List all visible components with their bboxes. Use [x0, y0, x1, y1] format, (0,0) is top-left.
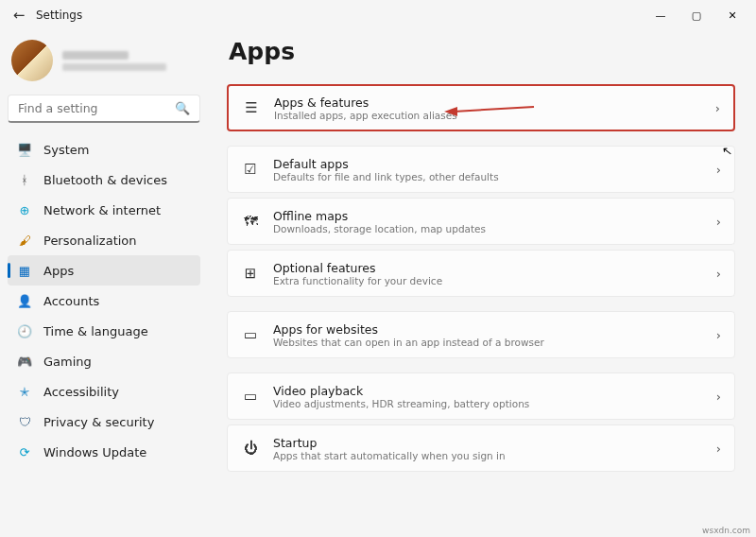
user-email-redacted [62, 63, 166, 71]
item-subtitle: Downloads, storage location, map updates [273, 223, 703, 234]
chevron-right-icon: › [716, 442, 721, 456]
item-subtitle: Installed apps, app execution aliases [274, 110, 702, 121]
nav-label: Time & language [43, 324, 148, 338]
item-title: Video playback [273, 384, 703, 398]
user-name-redacted [62, 51, 129, 60]
title-bar: ← Settings — ▢ ✕ [0, 0, 756, 30]
settings-item-startup[interactable]: ⏻ Startup Apps that start automatically … [227, 424, 735, 472]
search-box[interactable]: 🔍 [8, 95, 200, 123]
settings-item-apps-features[interactable]: ☰ Apps & features Installed apps, app ex… [227, 84, 735, 131]
nav-icon: 🖌 [17, 233, 32, 248]
chevron-right-icon: › [716, 163, 721, 177]
nav-icon: ✭ [17, 384, 32, 399]
item-icon: ☑ [241, 160, 260, 179]
user-profile[interactable] [8, 36, 200, 95]
item-subtitle: Apps that start automatically when you s… [273, 450, 703, 461]
nav-icon: ▦ [17, 263, 32, 278]
item-title: Offline maps [273, 209, 703, 223]
nav-label: Gaming [43, 355, 92, 369]
sidebar-item-gaming[interactable]: 🎮Gaming [8, 346, 200, 376]
nav-label: System [43, 143, 89, 157]
item-icon: ☰ [242, 98, 261, 117]
settings-item-video-playback[interactable]: ▭ Video playback Video adjustments, HDR … [227, 372, 735, 420]
settings-item-optional-features[interactable]: ⊞ Optional features Extra functionality … [227, 250, 735, 297]
nav-label: Network & internet [43, 203, 161, 217]
sidebar-item-windows-update[interactable]: ⟳Windows Update [8, 437, 200, 467]
item-title: Apps for websites [273, 322, 703, 337]
search-icon: 🔍 [175, 101, 190, 115]
sidebar-item-privacy-security[interactable]: 🛡Privacy & security [8, 407, 200, 437]
sidebar-item-network-internet[interactable]: ⊕Network & internet [8, 195, 200, 225]
nav-label: Privacy & security [43, 415, 154, 429]
item-icon: ⊞ [241, 264, 260, 283]
watermark: wsxdn.com [702, 526, 750, 535]
nav-icon: ⟳ [17, 444, 32, 459]
back-button[interactable]: ← [6, 2, 32, 28]
sidebar-item-apps[interactable]: ▦Apps [8, 255, 200, 286]
item-subtitle: Extra functionality for your device [273, 275, 703, 286]
item-icon: ▭ [241, 325, 260, 344]
nav-label: Windows Update [43, 445, 146, 459]
close-button[interactable]: ✕ [714, 2, 750, 28]
sidebar-item-bluetooth-devices[interactable]: ᚼBluetooth & devices [8, 165, 200, 195]
chevron-right-icon: › [715, 101, 720, 115]
settings-item-default-apps[interactable]: ☑ Default apps Defaults for file and lin… [227, 146, 735, 193]
item-subtitle: Video adjustments, HDR streaming, batter… [273, 398, 703, 409]
chevron-right-icon: › [716, 267, 721, 281]
nav-icon: 🎮 [17, 354, 32, 369]
maximize-button[interactable]: ▢ [679, 2, 714, 28]
sidebar-item-accessibility[interactable]: ✭Accessibility [8, 376, 200, 407]
settings-item-apps-for-websites[interactable]: ▭ Apps for websites Websites that can op… [227, 311, 735, 358]
nav-icon: 👤 [17, 293, 32, 308]
sidebar: 🔍 🖥️SystemᚼBluetooth & devices⊕Network &… [0, 30, 206, 537]
chevron-right-icon: › [716, 328, 721, 342]
cursor-icon: ↖ [721, 143, 733, 158]
page-heading: Apps [229, 38, 735, 65]
item-title: Optional features [273, 261, 703, 275]
item-title: Apps & features [274, 95, 702, 110]
window-title: Settings [36, 9, 82, 22]
item-icon: ▭ [241, 387, 260, 406]
item-title: Startup [273, 436, 703, 450]
nav-icon: 🛡 [17, 414, 32, 429]
nav-label: Accounts [43, 294, 99, 308]
item-title: Default apps [273, 157, 703, 171]
nav-label: Personalization [43, 234, 137, 248]
settings-item-offline-maps[interactable]: 🗺 Offline maps Downloads, storage locati… [227, 198, 735, 245]
content-area: Apps ☰ Apps & features Installed apps, a… [206, 30, 756, 537]
avatar [11, 40, 53, 81]
sidebar-item-time-language[interactable]: 🕘Time & language [8, 316, 200, 346]
sidebar-item-personalization[interactable]: 🖌Personalization [8, 225, 200, 255]
nav-icon: 🕘 [17, 323, 32, 338]
sidebar-item-accounts[interactable]: 👤Accounts [8, 286, 200, 316]
nav-icon: ⊕ [17, 202, 32, 217]
sidebar-item-system[interactable]: 🖥️System [8, 134, 200, 165]
nav-label: Apps [43, 264, 74, 278]
item-subtitle: Websites that can open in an app instead… [273, 337, 703, 348]
chevron-right-icon: › [716, 390, 721, 404]
item-icon: 🗺 [241, 212, 260, 231]
nav-icon: ᚼ [17, 172, 32, 187]
chevron-right-icon: › [716, 215, 721, 229]
settings-list: ☰ Apps & features Installed apps, app ex… [227, 84, 735, 472]
nav-label: Bluetooth & devices [43, 173, 167, 187]
search-input[interactable] [18, 101, 175, 115]
item-icon: ⏻ [241, 439, 260, 458]
nav-label: Accessibility [43, 385, 119, 399]
item-subtitle: Defaults for file and link types, other … [273, 171, 703, 182]
minimize-button[interactable]: — [643, 2, 679, 28]
nav-icon: 🖥️ [17, 142, 32, 157]
nav-list: 🖥️SystemᚼBluetooth & devices⊕Network & i… [8, 134, 200, 467]
